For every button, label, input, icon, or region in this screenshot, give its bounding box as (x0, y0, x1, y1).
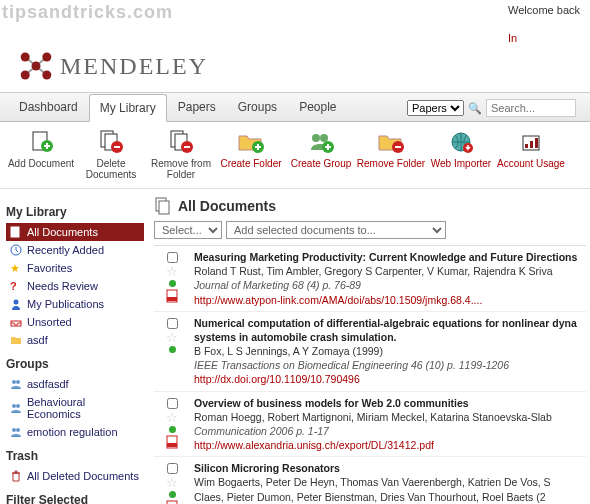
web-importer-icon (447, 130, 475, 154)
svg-point-37 (16, 428, 20, 432)
document-row[interactable]: ☆Measuring Marketing Productivity: Curre… (154, 246, 586, 312)
favorite-star[interactable]: ☆ (166, 476, 178, 489)
sidebar-item-all-documents[interactable]: All Documents (6, 223, 144, 241)
svg-rect-28 (11, 227, 19, 237)
sidebar-filter-heading: Filter Selected Collection (6, 493, 144, 504)
status-dot (169, 346, 176, 353)
sidebar-group-asdfasdf[interactable]: asdfasdf (6, 375, 144, 393)
folder-icon (10, 334, 22, 346)
svg-point-19 (320, 134, 328, 142)
remove-folder-button[interactable]: Remove Folder (356, 130, 426, 180)
doc-checkbox[interactable] (167, 463, 178, 474)
doc-title: Overview of business models for Web 2.0 … (194, 396, 584, 410)
login-link[interactable]: In (508, 32, 580, 44)
person-icon (10, 298, 22, 310)
doc-journal: Journal of Marketing 68 (4) p. 76-89 (194, 278, 584, 292)
doc-checkbox[interactable] (167, 398, 178, 409)
logo-icon (18, 48, 54, 84)
account-usage-icon (517, 130, 545, 154)
create-folder-icon (237, 130, 265, 154)
sidebar-item-my-publications[interactable]: My Publications (6, 295, 144, 313)
doc-link[interactable]: http://www.alexandria.unisg.ch/export/DL… (194, 439, 434, 451)
favorite-star[interactable]: ☆ (166, 411, 178, 424)
sidebar-item-unsorted[interactable]: Unsorted (6, 313, 144, 331)
svg-rect-43 (167, 443, 177, 447)
status-dot (169, 280, 176, 287)
svg-point-4 (21, 53, 30, 62)
all-documents-icon (154, 197, 172, 215)
favorite-star[interactable]: ☆ (166, 331, 178, 344)
toolbar: Add Document Delete Documents Remove fro… (0, 122, 590, 189)
select-action-dropdown[interactable]: Select... (154, 221, 222, 239)
doc-authors: B Fox, L S Jennings, A Y Zomaya (1999) (194, 344, 584, 358)
main-heading: All Documents (178, 198, 276, 214)
sidebar-item-favorites[interactable]: ★Favorites (6, 259, 144, 277)
sidebar-item-folder-asdf[interactable]: asdf (6, 331, 144, 349)
favorite-star[interactable]: ☆ (166, 265, 178, 278)
sidebar-item-recently-added[interactable]: Recently Added (6, 241, 144, 259)
document-list: ☆Measuring Marketing Productivity: Curre… (154, 245, 586, 504)
welcome-text: Welcome back (508, 4, 580, 16)
sidebar-group-behavioural-economics[interactable]: Behavioural Economics (6, 393, 144, 423)
main-panel: All Documents Select... Add selected doc… (150, 189, 590, 504)
document-row[interactable]: ☆Silicon Microring ResonatorsWim Bogaert… (154, 457, 586, 504)
sidebar-item-needs-review[interactable]: ?Needs Review (6, 277, 144, 295)
pdf-icon (165, 500, 179, 504)
doc-authors: Wim Bogaerts, Peter De Heyn, Thomas Van … (194, 475, 584, 503)
tab-dashboard[interactable]: Dashboard (8, 93, 89, 121)
sidebar-library-heading: My Library (6, 205, 144, 219)
doc-journal: Communication 2006 p. 1-17 (194, 424, 584, 438)
sidebar-item-deleted-documents[interactable]: All Deleted Documents (6, 467, 144, 485)
create-group-button[interactable]: Create Group (286, 130, 356, 180)
svg-point-6 (32, 62, 41, 71)
tab-my-library[interactable]: My Library (89, 94, 167, 122)
svg-point-32 (12, 380, 16, 384)
sidebar-group-emotion-regulation[interactable]: emotion regulation (6, 423, 144, 441)
tab-papers[interactable]: Papers (167, 93, 227, 121)
status-dot (169, 491, 176, 498)
group-icon (10, 426, 22, 438)
svg-rect-27 (535, 138, 538, 148)
svg-rect-41 (167, 297, 177, 301)
status-dot (169, 426, 176, 433)
add-document-button[interactable]: Add Document (6, 130, 76, 180)
tray-icon (10, 316, 22, 328)
create-folder-button[interactable]: Create Folder (216, 130, 286, 180)
svg-point-33 (16, 380, 20, 384)
document-row[interactable]: ☆Numerical computation of differential-a… (154, 312, 586, 392)
tab-people[interactable]: People (288, 93, 347, 121)
doc-link[interactable]: http://www.atypon-link.com/AMA/doi/abs/1… (194, 294, 482, 306)
svg-point-8 (42, 71, 51, 80)
svg-rect-25 (525, 144, 528, 148)
sidebar: My Library All Documents Recently Added … (0, 189, 150, 504)
remove-from-folder-icon (167, 130, 195, 154)
web-importer-button[interactable]: Web Importer (426, 130, 496, 180)
search-input[interactable] (486, 99, 576, 117)
remove-from-folder-button[interactable]: Remove from Folder (146, 130, 216, 180)
navbar: Dashboard My Library Papers Groups Peopl… (0, 92, 590, 122)
tab-groups[interactable]: Groups (227, 93, 288, 121)
question-icon: ? (10, 280, 22, 292)
account-usage-button[interactable]: Account Usage (496, 130, 566, 180)
header: MENDELEY (0, 48, 590, 92)
group-icon (10, 402, 22, 414)
doc-checkbox[interactable] (167, 252, 178, 263)
add-to-dropdown[interactable]: Add selected documents to... (226, 221, 446, 239)
trash-icon (10, 470, 22, 482)
doc-checkbox[interactable] (167, 318, 178, 329)
document-row[interactable]: ☆Overview of business models for Web 2.0… (154, 392, 586, 458)
watermark-overlay: tipsandtricks.com (2, 2, 173, 23)
delete-documents-icon (97, 130, 125, 154)
doc-link[interactable]: http://dx.doi.org/10.1109/10.790496 (194, 373, 360, 385)
doc-journal: IEEE Transactions on Biomedical Engineer… (194, 358, 584, 372)
doc-title: Numerical computation of differential-al… (194, 316, 584, 344)
svg-point-36 (12, 428, 16, 432)
doc-authors: Roman Hoegg, Robert Martignoni, Miriam M… (194, 410, 584, 424)
remove-folder-icon (377, 130, 405, 154)
delete-documents-button[interactable]: Delete Documents (76, 130, 146, 180)
search-scope-select[interactable]: Papers (407, 100, 464, 116)
doc-title: Measuring Marketing Productivity: Curren… (194, 250, 584, 264)
brand-name: MENDELEY (60, 53, 208, 80)
clock-icon (10, 244, 22, 256)
svg-rect-39 (159, 201, 169, 214)
